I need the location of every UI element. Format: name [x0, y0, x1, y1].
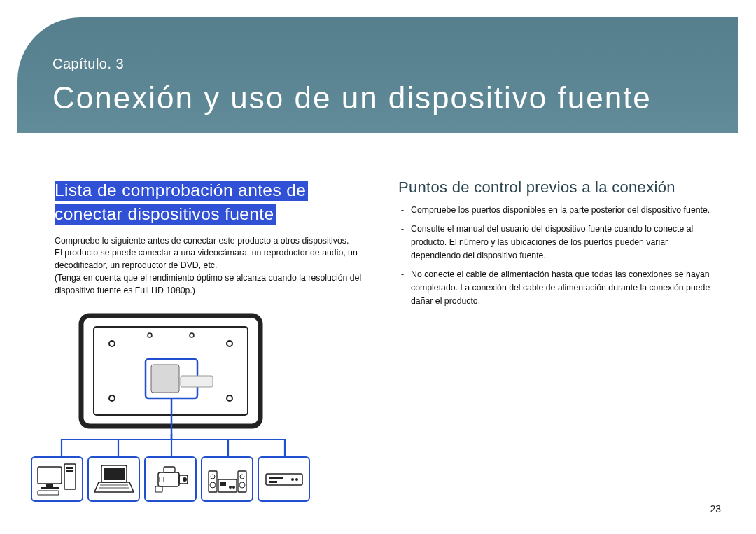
- svg-point-2: [109, 341, 115, 346]
- svg-point-3: [227, 341, 232, 346]
- svg-point-6: [148, 333, 152, 337]
- page-title: Conexión y uso de un dispositivo fuente: [52, 80, 738, 115]
- bullet-item: No conecte el cable de alimentación hast…: [401, 268, 714, 308]
- svg-point-36: [229, 486, 232, 489]
- svg-rect-27: [155, 486, 162, 492]
- left-heading-line2: conectar dispositivos fuente: [55, 204, 276, 225]
- device-laptop: [88, 456, 140, 502]
- svg-rect-20: [104, 468, 125, 480]
- svg-rect-12: [38, 467, 62, 484]
- svg-point-25: [183, 477, 187, 482]
- bullet-list: Compruebe los puertos disponibles en la …: [398, 204, 714, 308]
- device-stereo: [201, 456, 253, 502]
- page-number: 23: [710, 503, 721, 514]
- svg-rect-42: [269, 481, 277, 483]
- stereo-icon: [205, 461, 250, 496]
- svg-rect-10: [181, 376, 213, 387]
- svg-point-33: [239, 482, 245, 488]
- svg-point-32: [240, 475, 244, 479]
- page-root: Capítulo. 3 Conexión y uso de un disposi…: [0, 0, 756, 534]
- chapter-label: Capítulo. 3: [52, 56, 738, 72]
- svg-rect-39: [269, 477, 283, 479]
- left-heading-line1: Lista de comprobación antes de: [55, 181, 308, 201]
- svg-rect-18: [38, 491, 59, 495]
- svg-point-40: [291, 478, 294, 481]
- svg-rect-26: [164, 467, 175, 472]
- bullet-item: Compruebe los puertos disponibles en la …: [401, 204, 714, 217]
- monitor-back-icon: [73, 311, 269, 434]
- svg-rect-14: [41, 487, 59, 489]
- left-heading: Lista de comprobación antes de conectar …: [55, 178, 370, 227]
- svg-point-4: [109, 395, 115, 401]
- svg-rect-23: [158, 472, 179, 486]
- connection-diagram: [73, 311, 370, 502]
- laptop-icon: [92, 461, 136, 496]
- svg-rect-13: [46, 484, 53, 487]
- svg-rect-16: [66, 467, 74, 469]
- right-heading: Puntos de control previos a la conexión: [398, 178, 714, 197]
- dvd-player-icon: [262, 461, 307, 496]
- chapter-header: Capítulo. 3 Conexión y uso de un disposi…: [18, 17, 738, 133]
- svg-rect-9: [151, 365, 179, 393]
- right-column: Puntos de control previos a la conexión …: [398, 178, 714, 502]
- svg-rect-35: [220, 482, 226, 486]
- device-camcorder: [144, 456, 197, 502]
- svg-point-7: [190, 333, 194, 337]
- bullet-item: Consulte el manual del usuario del dispo…: [401, 223, 714, 262]
- connector-lines-icon: [31, 434, 311, 456]
- device-row: [31, 456, 370, 502]
- device-desktop-pc: [31, 456, 83, 502]
- device-dvd-player: [258, 456, 310, 502]
- camcorder-icon: [148, 461, 193, 496]
- svg-rect-17: [66, 470, 74, 472]
- left-paragraph: Compruebe lo siguiente antes de conectar…: [55, 235, 370, 297]
- desktop-pc-icon: [35, 461, 80, 496]
- svg-point-30: [210, 482, 216, 488]
- svg-point-37: [232, 486, 235, 489]
- left-column: Lista de comprobación antes de conectar …: [55, 178, 370, 502]
- svg-point-29: [211, 475, 215, 479]
- svg-point-41: [295, 478, 298, 481]
- svg-point-5: [227, 395, 232, 401]
- content-columns: Lista de comprobación antes de conectar …: [55, 178, 714, 502]
